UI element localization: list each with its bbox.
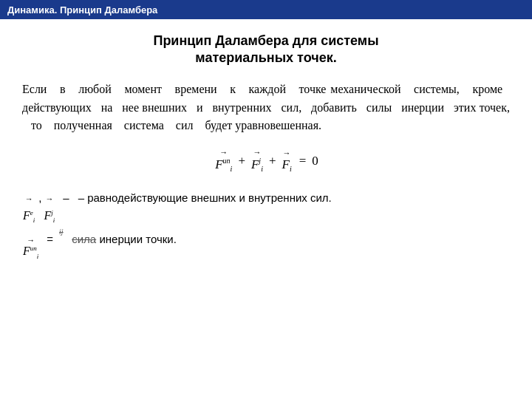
inline-f-un: → Funi	[22, 236, 39, 260]
header-bar: Динамика. Принцип Даламбера	[0, 0, 532, 19]
content-area: Принцип Даламбера для системы материальн…	[0, 19, 532, 273]
equals-sign: =	[47, 233, 53, 245]
sub-ij-formula: ij F	[58, 233, 64, 246]
formula-zero: 0	[312, 154, 318, 168]
inline-f-e: → Fei	[22, 193, 35, 225]
formula-equals: =	[299, 154, 307, 168]
page-title: Принцип Даламбера для системы материальн…	[22, 33, 510, 67]
formula-plus-1: +	[238, 154, 245, 168]
formula-f-i: → Fi	[282, 149, 292, 173]
formula-f-j: → Fji	[251, 149, 263, 173]
description-row-1: → Fei , → Fji – – равнодействующие внешн…	[22, 189, 510, 225]
formula-plus-2: +	[269, 154, 276, 168]
intro-paragraph: Если в любой момент времени к каждой точ…	[22, 81, 510, 135]
description-row-2: → Funi = ij F силa инерции точки.	[22, 233, 510, 260]
strikethrough-text: силa	[72, 233, 96, 245]
dash-separator: –	[63, 189, 69, 207]
desc-2-text: силa инерции точки.	[72, 233, 177, 245]
desc-1-text: – равнодействующие внешних и внутренних …	[78, 189, 332, 207]
main-formula: → Funi + → Fji + → Fi = 0	[22, 149, 510, 173]
header-title: Динамика. Принцип Даламбера	[7, 4, 157, 16]
formula-f-un: → Funi	[215, 149, 232, 173]
inline-f-j: → Fji	[43, 193, 55, 225]
comma-separator: ,	[38, 189, 41, 207]
